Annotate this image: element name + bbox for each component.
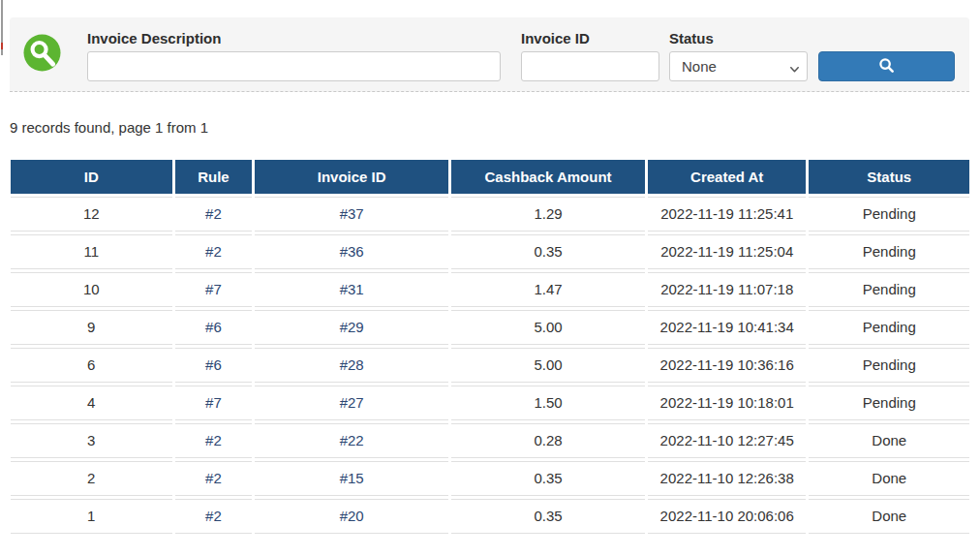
cell-rule: #7 xyxy=(175,386,253,420)
invoice-description-input[interactable] xyxy=(87,51,501,81)
cell-id: 10 xyxy=(11,272,172,307)
cell-status: Pending xyxy=(809,348,969,383)
column-header-created-at: Created At xyxy=(648,160,807,194)
status-select[interactable]: None xyxy=(669,51,808,81)
cell-id: 6 xyxy=(11,348,172,383)
cell-rule: #2 xyxy=(175,461,253,496)
table-row: 4 #7 #27 1.50 2022-11-19 10:18:01 Pendin… xyxy=(11,386,969,420)
rule-link[interactable]: #7 xyxy=(205,394,222,411)
cell-created-at: 2022-11-19 10:18:01 xyxy=(648,386,807,420)
cell-amount: 1.29 xyxy=(451,197,645,232)
screen-edge-artifact xyxy=(1,0,3,55)
cell-created-at: 2022-11-19 11:25:04 xyxy=(648,234,807,269)
cell-rule: #2 xyxy=(175,423,253,458)
cell-amount: 0.35 xyxy=(451,234,645,269)
cell-invoice: #37 xyxy=(255,197,448,232)
cell-status: Pending xyxy=(809,272,969,307)
invoice-link[interactable]: #29 xyxy=(340,319,364,335)
cell-status: Pending xyxy=(809,234,969,269)
cell-id: 2 xyxy=(11,461,172,496)
cashback-results-table: ID Rule Invoice ID Cashback Amount Creat… xyxy=(8,157,972,537)
cell-id: 4 xyxy=(11,386,172,420)
table-row: 11 #2 #36 0.35 2022-11-19 11:25:04 Pendi… xyxy=(11,234,969,269)
table-row: 1 #2 #20 0.35 2022-11-10 20:06:06 Done xyxy=(11,499,969,534)
cell-rule: #7 xyxy=(175,272,253,307)
cell-created-at: 2022-11-19 10:41:34 xyxy=(648,310,807,345)
table-row: 12 #2 #37 1.29 2022-11-19 11:25:41 Pendi… xyxy=(11,197,969,232)
cell-created-at: 2022-11-19 10:36:16 xyxy=(648,348,807,383)
cell-invoice: #15 xyxy=(255,461,448,496)
cell-rule: #6 xyxy=(175,310,253,345)
invoice-id-label: Invoice ID xyxy=(521,30,590,47)
table-row: 10 #7 #31 1.47 2022-11-19 11:07:18 Pendi… xyxy=(11,272,969,307)
cell-created-at: 2022-11-19 11:25:41 xyxy=(648,197,807,232)
invoice-link[interactable]: #31 xyxy=(340,281,364,297)
cell-invoice: #36 xyxy=(255,234,448,269)
cell-rule: #2 xyxy=(175,234,253,269)
cell-id: 1 xyxy=(11,499,172,534)
cell-created-at: 2022-11-10 12:27:45 xyxy=(648,423,807,458)
cell-invoice: #29 xyxy=(255,310,448,345)
records-summary: 9 records found, page 1 from 1 xyxy=(10,119,980,137)
cell-amount: 0.35 xyxy=(451,461,645,496)
invoice-link[interactable]: #15 xyxy=(340,470,364,486)
status-select-wrapper: None xyxy=(669,51,808,81)
cell-status: Pending xyxy=(809,310,969,345)
cell-invoice: #22 xyxy=(255,423,448,458)
rule-link[interactable]: #7 xyxy=(205,281,222,297)
invoice-id-input[interactable] xyxy=(521,51,659,81)
cell-rule: #2 xyxy=(175,499,253,534)
table-row: 3 #2 #22 0.28 2022-11-10 12:27:45 Done xyxy=(11,423,969,458)
rule-link[interactable]: #6 xyxy=(205,356,222,373)
table-header-row: ID Rule Invoice ID Cashback Amount Creat… xyxy=(11,160,969,194)
cell-id: 12 xyxy=(11,197,172,232)
filter-panel: Invoice Description Invoice ID Status No… xyxy=(10,17,969,92)
cell-id: 11 xyxy=(11,234,172,269)
cell-amount: 5.00 xyxy=(451,348,645,383)
cell-status: Pending xyxy=(809,197,969,232)
cell-id: 9 xyxy=(11,310,172,345)
cell-amount: 5.00 xyxy=(451,310,645,345)
cell-status: Pending xyxy=(809,386,969,420)
rule-link[interactable]: #2 xyxy=(205,470,222,486)
column-header-cashback-amount: Cashback Amount xyxy=(451,160,645,194)
cell-amount: 0.28 xyxy=(451,423,645,458)
cell-amount: 1.47 xyxy=(451,272,645,307)
cell-invoice: #31 xyxy=(255,272,448,307)
cell-invoice: #20 xyxy=(255,499,448,534)
cell-invoice: #28 xyxy=(255,348,448,383)
column-header-rule: Rule xyxy=(175,160,253,194)
column-header-id: ID xyxy=(11,160,172,194)
search-button[interactable] xyxy=(818,51,955,81)
invoice-link[interactable]: #37 xyxy=(340,205,364,222)
cell-status: Done xyxy=(809,499,969,534)
cell-rule: #2 xyxy=(175,197,253,232)
cell-created-at: 2022-11-10 20:06:06 xyxy=(648,499,807,534)
magnifier-logo-icon xyxy=(23,34,61,72)
rule-link[interactable]: #2 xyxy=(205,432,222,448)
invoice-link[interactable]: #22 xyxy=(340,432,364,448)
cell-id: 3 xyxy=(11,423,172,458)
invoice-link[interactable]: #20 xyxy=(340,508,364,524)
invoice-link[interactable]: #36 xyxy=(340,243,364,260)
invoice-link[interactable]: #27 xyxy=(340,394,364,411)
column-header-invoice-id: Invoice ID xyxy=(255,160,448,194)
magnifier-icon xyxy=(878,57,895,77)
cell-invoice: #27 xyxy=(255,386,448,420)
rule-link[interactable]: #2 xyxy=(205,205,222,222)
cell-status: Done xyxy=(809,461,969,496)
cell-amount: 1.50 xyxy=(451,386,645,420)
rule-link[interactable]: #6 xyxy=(205,319,222,335)
invoice-description-label: Invoice Description xyxy=(87,30,221,47)
cell-rule: #6 xyxy=(175,348,253,383)
invoice-link[interactable]: #28 xyxy=(340,356,364,373)
rule-link[interactable]: #2 xyxy=(205,243,222,260)
table-row: 6 #6 #28 5.00 2022-11-19 10:36:16 Pendin… xyxy=(11,348,969,383)
table-row: 9 #6 #29 5.00 2022-11-19 10:41:34 Pendin… xyxy=(11,310,969,345)
cell-status: Done xyxy=(809,423,969,458)
rule-link[interactable]: #2 xyxy=(205,508,222,524)
table-row: 2 #2 #15 0.35 2022-11-10 12:26:38 Done xyxy=(11,461,969,496)
cell-created-at: 2022-11-19 11:07:18 xyxy=(648,272,807,307)
cell-amount: 0.35 xyxy=(451,499,645,534)
cell-created-at: 2022-11-10 12:26:38 xyxy=(648,461,807,496)
